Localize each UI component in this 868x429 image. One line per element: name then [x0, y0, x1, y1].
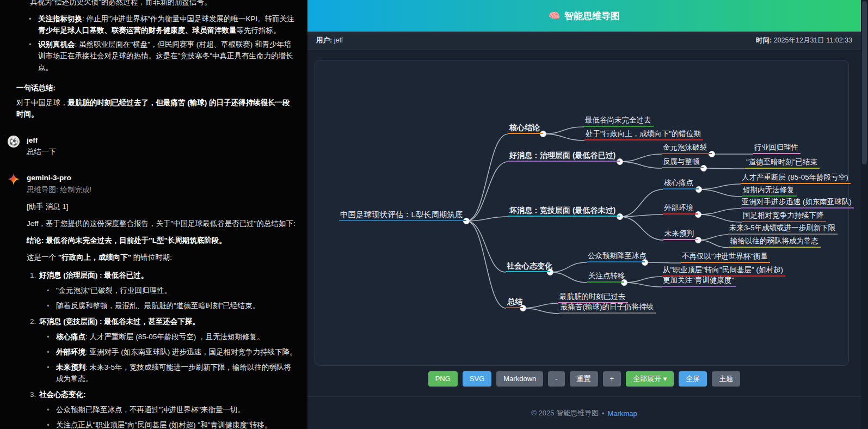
assistant-status: 思维导图: 绘制完成! [27, 184, 298, 195]
mindmap-node[interactable]: 好消息：治理层面 (最低谷已过) [508, 150, 620, 162]
user-label: 用户: [316, 36, 332, 44]
clipped-paragraph: 其视为"偿还历史欠债"的必然过程，而非新的崩盘信号。 [30, 0, 296, 8]
mindmap-node[interactable]: 核心结论 [508, 122, 543, 134]
list-item: 随着反腐和整顿，最混乱、最肮脏的"道德至暗时刻"已经结束。 [47, 300, 298, 311]
footer-separator: • [602, 409, 605, 418]
assistant-name: gemini-3-pro [27, 172, 298, 183]
mindmap-node[interactable]: 输给以往的弱队将成为常态 [729, 236, 821, 248]
mindmap-node[interactable]: 未来3-5年成绩或进一步刷新下限 [728, 223, 838, 235]
scrollbar-thumb[interactable] [862, 1, 867, 164]
app-header: 🧠 智能思维导图 [307, 0, 861, 32]
scrollbar[interactable] [861, 0, 868, 429]
bullet-bold: 青少年足球人口基数、联赛运营的财务健康度、球员留洋数量 [38, 26, 237, 34]
markmap-link[interactable]: Markmap [608, 409, 637, 418]
zoom-out-button[interactable]: - [548, 371, 564, 387]
time-label: 时间: [756, 36, 772, 44]
list-item: 3.社会心态变化: 公众预期已降至冰点，不再通过"冲进世界杯"来衡量一切。 关注… [30, 389, 298, 429]
mindmap-node[interactable]: 关注点转移 [587, 271, 624, 283]
mindmap-node-root[interactable]: 中国足球现状评估：L型长周期筑底 [339, 209, 466, 221]
assistant-conclusion: 结论: 最低谷尚未完全过去，目前处于"L型"长周期筑底阶段。 [27, 236, 226, 244]
screen: 其视为"偿还历史欠债"的必然过程，而非新的崩盘信号。 关注指标切换: 停止用"冲… [0, 0, 868, 429]
mindmap-node[interactable]: 短期内无法修复 [742, 185, 797, 197]
summary-heading: 一句话总结: [16, 82, 296, 94]
mindmap-node[interactable]: 最低谷尚未完全过去 [584, 115, 654, 127]
mindmap-node[interactable]: 反腐与整顿 [662, 156, 704, 168]
mindmap-node[interactable]: 外部环境 [663, 203, 698, 214]
assistant-period-line: 这是一个 "行政向上，成绩向下" 的错位时期: [27, 252, 298, 263]
bullet-text: 等先行指标。 [237, 26, 281, 34]
time-value: 2025年12月31日 11:02:33 [774, 36, 852, 44]
bullet-text: : 停止用"冲进世界杯"作为衡量中国足球发展的唯一KPI。转而关注 [82, 15, 294, 23]
analysis-bullet-list: 关注指标切换: 停止用"冲进世界杯"作为衡量中国足球发展的唯一KPI。转而关注青… [29, 13, 296, 73]
list-item: "金元泡沫"已破裂，行业回归理性。 [47, 285, 298, 296]
export-svg-button[interactable]: SVG [463, 371, 491, 387]
list-item: 1.好消息 (治理层面) : 最低谷已过。 "金元泡沫"已破裂，行业回归理性。 … [30, 269, 298, 311]
assistant-tag: [助手 消息 1] [27, 201, 298, 212]
list-item: 外部环境: 亚洲对手 (如东南亚球队) 进步迅速，国足相对竞争力持续下降。 [47, 346, 298, 358]
reset-button[interactable]: 重置 [570, 371, 598, 387]
mindmap-node[interactable]: 不再仅以"冲进世界杯"衡量 [681, 251, 770, 263]
mindmap-toolbar: PNG SVG Markdown - 重置 + 全部展开 ▾ 全屏 主题 [307, 371, 861, 387]
user-message: ⚽ jeff 总结一下 [8, 134, 307, 157]
chevron-down-icon: ▾ [663, 375, 667, 383]
mindmap-node[interactable]: 社会心态变化 [506, 260, 550, 272]
mindmap-node[interactable]: 亚洲对手进步迅速 (如东南亚球队) [741, 197, 854, 209]
user-name: jeff [27, 134, 298, 146]
mindmap-node[interactable]: 行业回归理性 [753, 142, 801, 154]
mindmap-node[interactable]: 公众预期降至冰点 [587, 250, 645, 262]
mindmap-node[interactable]: 最痛苦(输球)的日子仍将持续 [559, 302, 656, 314]
mindmap-node[interactable]: 坏消息：竞技层面 (最低谷未过) [508, 205, 620, 217]
list-item: 公众预期已降至冰点，不再通过"冲进世界杯"来衡量一切。 [47, 404, 298, 415]
assistant-ordered-list: 1.好消息 (治理层面) : 最低谷已过。 "金元泡沫"已破裂，行业回归理性。 … [30, 269, 298, 429]
zoom-in-button[interactable]: + [603, 371, 621, 387]
mindmap-node[interactable]: 总结 [506, 296, 523, 308]
theme-button[interactable]: 主题 [712, 371, 740, 387]
list-item: 关注指标切换: 停止用"冲进世界杯"作为衡量中国足球发展的唯一KPI。转而关注青… [29, 13, 296, 36]
copyright-text: © 2025 智能思维导图 [531, 408, 599, 418]
user-value: jeff [334, 36, 343, 44]
mindmap-node[interactable]: 国足相对竞争力持续下降 [742, 210, 826, 222]
gemini-star-icon [8, 173, 20, 429]
chat-panel: 其视为"偿还历史欠债"的必然过程，而非新的崩盘信号。 关注指标切换: 停止用"冲… [0, 0, 307, 429]
summary-paragraph: 对于中国足球，最肮脏的时刻已经过去了，但最痛苦 (输球) 的日子还得持续很长一段… [16, 97, 296, 120]
mindmap-node[interactable]: 金元泡沫破裂 [662, 142, 712, 154]
bullet-lead: 识别真机会 [38, 40, 75, 48]
app-title: 智能思维导图 [564, 10, 620, 22]
mindmap-node[interactable]: 人才严重断层 (85-05年龄段亏空) [741, 172, 851, 184]
mindmap-node[interactable]: "道德至暗时刻"已结束 [745, 157, 820, 169]
list-item: 未来预判: 未来3-5年，竞技成绩可能进一步刷新下限，输给以往的弱队将成为常态。 [47, 361, 298, 384]
user-avatar: ⚽ [8, 136, 20, 148]
brain-icon: 🧠 [549, 10, 560, 22]
list-item: 2.坏消息 (竞技层面) : 最低谷未过，甚至还会下探。 核心痛点: 人才严重断… [30, 316, 298, 384]
mindmap-node[interactable]: 处于"行政向上，成绩向下"的错位期 [584, 128, 703, 140]
user-message-text: 总结一下 [27, 146, 298, 157]
expand-all-button[interactable]: 全部展开 ▾ [626, 371, 674, 387]
mindmap-node[interactable]: 更加关注"青训健康度" [662, 275, 736, 287]
mindmap-app-panel: 🧠 智能思维导图 用户: jeff 时间: 2025年12月31日 11:02:… [307, 0, 861, 429]
info-bar: 用户: jeff 时间: 2025年12月31日 11:02:33 [307, 32, 861, 50]
mindmap-canvas[interactable]: 中国足球现状评估：L型长周期筑底 核心结论 最低谷尚未完全过去 处于"行政向上，… [315, 60, 849, 366]
mindmap-node[interactable]: 核心痛点 [663, 177, 699, 189]
mindmap-node[interactable]: 未来预判 [663, 228, 698, 240]
export-png-button[interactable]: PNG [428, 371, 458, 387]
assistant-message: gemini-3-pro 思维导图: 绘制完成! [助手 消息 1] Jeff，… [8, 172, 307, 429]
export-markdown-button[interactable]: Markdown [496, 371, 543, 387]
assistant-intro: Jeff，基于您提供的这份深度整合报告，关于"中国足球最低谷是否已过"的总结如下… [27, 218, 298, 229]
bullet-lead: 关注指标切换 [38, 15, 82, 23]
list-item: 核心痛点: 人才严重断层 (85-05年龄段亏空) ，且无法短期修复。 [47, 331, 298, 342]
app-footer: © 2025 智能思维导图 • Markmap [307, 396, 861, 429]
list-item: 识别真机会: 虽然职业层面在"横盘"，但民间赛事 (村超、草根联赛) 和青少年培… [29, 39, 296, 73]
list-item: 关注点正从"职业顶层"向"民间基层 (如村超) "和"青训健康度"转移。 [47, 419, 298, 429]
fullscreen-button[interactable]: 全屏 [679, 371, 707, 387]
bullet-text: : 虽然职业层面在"横盘"，但民间赛事 (村超、草根联赛) 和青少年培训市场正在… [38, 40, 293, 71]
